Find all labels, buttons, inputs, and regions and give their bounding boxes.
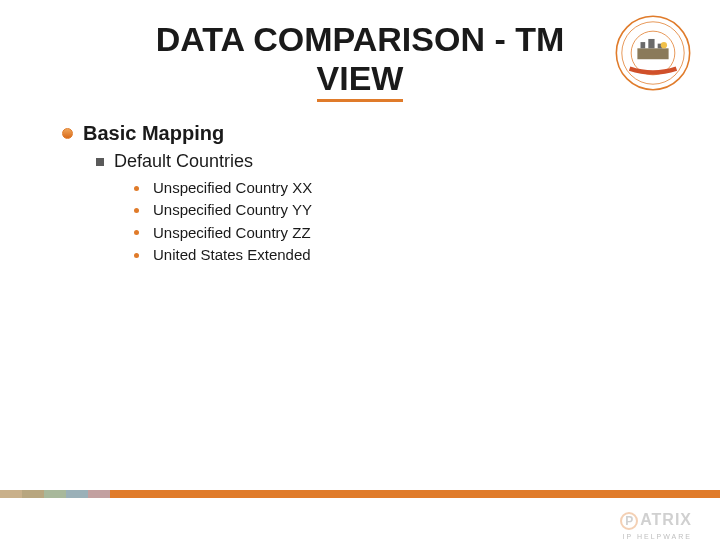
level3-text: United States Extended [153,245,311,265]
logo-p-icon: P [620,512,638,530]
title-line-2: VIEW [317,59,404,102]
footer-seg [88,490,110,498]
patrix-logo: P ATRIX [620,511,692,530]
svg-rect-4 [641,42,646,48]
conference-badge [614,14,692,92]
logo-text: ATRIX [640,511,692,529]
bullet-level3: Unspecified Country XX [134,178,670,198]
footer-seg [66,490,88,498]
level3-text: Unspecified Country ZZ [153,223,311,243]
bullet-level2: Default Countries [96,151,670,172]
svg-rect-3 [637,48,668,59]
bullet-dot-icon [62,128,73,139]
bullet-tinydot-icon [134,186,139,191]
bullet-tinydot-icon [134,230,139,235]
bullet-level3: Unspecified Country YY [134,200,670,220]
bullet-square-icon [96,158,104,166]
title-line-1: DATA COMPARISON - TM [156,20,565,58]
logo-subtitle: IP HELPWARE [623,533,692,540]
level2-text: Default Countries [114,151,253,172]
bullet-level3: United States Extended [134,245,670,265]
bullet-tinydot-icon [134,208,139,213]
content-body: Basic Mapping Default Countries Unspecif… [50,116,670,265]
footer-seg [0,490,22,498]
level3-text: Unspecified Country YY [153,200,312,220]
slide: DATA COMPARISON - TM VIEW Basic Mapping … [0,0,720,540]
bullet-tinydot-icon [134,253,139,258]
bullet-level1: Basic Mapping [62,122,670,145]
footer-accent-bar [0,490,720,498]
svg-rect-5 [648,39,654,48]
slide-title: DATA COMPARISON - TM VIEW [120,20,600,102]
footer-seg-main [110,490,720,498]
level3-text: Unspecified Country XX [153,178,312,198]
bullet-level3: Unspecified Country ZZ [134,223,670,243]
svg-point-7 [661,42,667,48]
level1-text: Basic Mapping [83,122,224,145]
footer-seg [22,490,44,498]
footer-seg [44,490,66,498]
